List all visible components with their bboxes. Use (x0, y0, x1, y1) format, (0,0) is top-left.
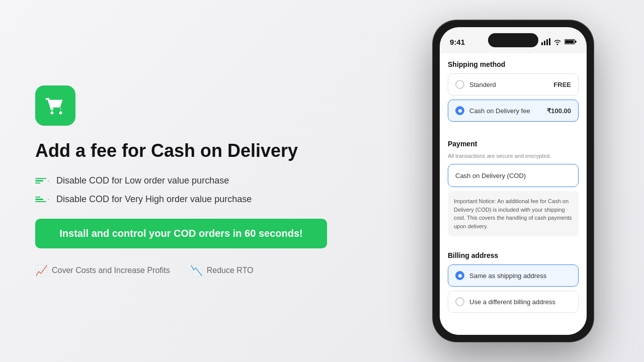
right-section: 9:41 (403, 0, 644, 362)
cod-label: Cash on Delivery fee (469, 107, 530, 115)
profits-icon: 📈 (35, 264, 48, 277)
left-section: Add a fee for Cash on Delivery Disable C… (0, 55, 403, 307)
standard-price: FREE (553, 81, 571, 88)
radio-different-billing[interactable] (455, 297, 464, 306)
billing-section: Billing address Same as shipping address… (448, 243, 579, 313)
billing-option-different[interactable]: Use a different billing address (448, 291, 579, 313)
different-billing-label: Use a different billing address (469, 298, 555, 306)
status-icons (541, 38, 577, 45)
feature-item-1: Disable COD for Low order value purchase (35, 175, 372, 186)
phone-screen: 9:41 (440, 27, 587, 335)
phone-frame: 9:41 (433, 20, 594, 342)
svg-marker-2 (48, 180, 49, 182)
payment-notice-box: Important Notice: An additional fee for … (448, 191, 579, 236)
shipping-section-title: Shipping method (448, 53, 579, 73)
phone-container: 9:41 (433, 20, 594, 342)
payment-notice-text: Important Notice: An additional fee for … (454, 197, 573, 230)
stat-rto-text: Reduce RTO (207, 266, 254, 275)
payment-section: Payment All transactions are secure and … (448, 126, 579, 236)
billing-section-title: Billing address (448, 244, 579, 264)
app-icon (35, 85, 75, 126)
billing-option-same[interactable]: Same as shipping address (448, 264, 579, 287)
svg-rect-5 (544, 41, 545, 45)
bottom-stats: 📈 Cover Costs and Increase Profits 📉 Red… (35, 264, 372, 277)
cart-icon (44, 94, 67, 117)
sort-up-icon (35, 196, 49, 203)
stat-profits-text: Cover Costs and Increase Profits (52, 266, 170, 275)
same-shipping-label: Same as shipping address (469, 272, 546, 280)
shipping-section: Shipping method Standerd FREE (448, 53, 579, 122)
standard-label: Standerd (469, 81, 496, 88)
radio-same-shipping[interactable] (455, 271, 464, 280)
feature-item-2: Disable COD for Very High order value pu… (35, 194, 372, 205)
signal-icon (541, 38, 550, 45)
svg-rect-7 (549, 38, 550, 45)
radio-cod[interactable] (455, 106, 464, 115)
payment-section-title: Payment (448, 133, 579, 153)
option-left-standard: Standerd (455, 80, 496, 89)
payment-subtitle: All transactions are secure and encrypte… (448, 153, 579, 159)
sort-down-icon (35, 177, 49, 185)
shipping-option-cod[interactable]: Cash on Delivery fee ₹100.00 (448, 100, 579, 122)
feature-text-2: Disable COD for Very High order value pu… (56, 194, 252, 205)
payment-method-label: Cash on Delivery (COD) (455, 172, 526, 179)
svg-rect-10 (565, 40, 574, 43)
battery-icon (565, 38, 577, 45)
svg-rect-9 (575, 41, 577, 43)
screen-content: Shipping method Standerd FREE (440, 53, 587, 335)
feature-text-1: Disable COD for Low order value purchase (56, 175, 229, 186)
shipping-option-standard[interactable]: Standerd FREE (448, 73, 579, 96)
option-left-cod: Cash on Delivery fee (455, 106, 530, 115)
svg-point-0 (50, 111, 53, 114)
features-list: Disable COD for Low order value purchase… (35, 175, 372, 205)
stat-rto: 📉 Reduce RTO (190, 264, 254, 277)
radio-standard[interactable] (455, 80, 464, 89)
cod-price: ₹100.00 (547, 107, 571, 115)
main-title: Add a fee for Cash on Delivery (35, 140, 317, 161)
svg-point-1 (59, 111, 62, 114)
status-time: 9:41 (450, 38, 465, 46)
stat-profits: 📈 Cover Costs and Increase Profits (35, 264, 170, 277)
svg-marker-3 (48, 199, 49, 200)
dynamic-island (488, 33, 538, 47)
payment-method-box[interactable]: Cash on Delivery (COD) (448, 164, 579, 187)
cta-button[interactable]: Install and control your COD orders in 6… (35, 219, 327, 248)
rto-icon: 📉 (190, 264, 203, 277)
wifi-icon (553, 38, 562, 45)
svg-rect-6 (546, 39, 548, 45)
svg-rect-4 (541, 42, 543, 45)
